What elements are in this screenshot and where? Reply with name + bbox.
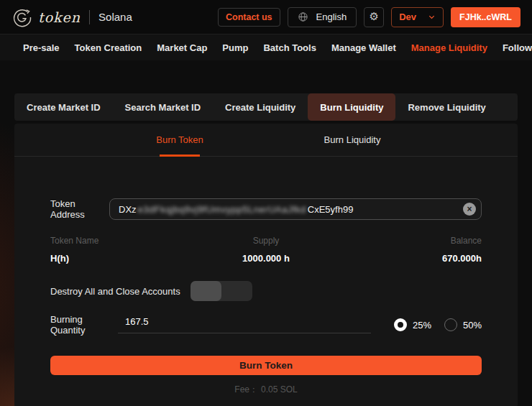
contact-us-button[interactable]: Contact us — [218, 8, 280, 27]
chevron-down-icon — [428, 13, 436, 21]
fee-note: Fee：0.05 SOL — [50, 384, 482, 396]
burn-liquidity-panel: Burn Token Burn Liquidity Token Address … — [14, 124, 518, 406]
burning-quantity-input[interactable] — [118, 316, 371, 333]
destroy-toggle-switch[interactable] — [191, 281, 252, 301]
nav-item-token-creation[interactable]: Token Creation — [75, 42, 142, 53]
fee-label: Fee： — [234, 384, 258, 395]
nav-item-follow-up-robot[interactable]: Follow-up Robot — [503, 42, 532, 53]
tab-remove-liquidity[interactable]: Remove Liquidity — [395, 93, 497, 121]
percent-25-label: 25% — [413, 320, 431, 331]
token-address-input[interactable]: DXz e3dFkqjbq9vj9fUmvypp5LnerUAaJfkd CxE… — [109, 198, 482, 220]
percent-option-25[interactable]: 25% — [394, 318, 431, 331]
brand-name: token — [38, 9, 81, 25]
tab-create-liquidity[interactable]: Create Liquidity — [213, 93, 308, 121]
liquidity-tab-strip: Create Market ID Search Market ID Create… — [14, 93, 518, 121]
burn-token-button[interactable]: Burn Token — [50, 356, 482, 375]
supply-value: 1000.000 h — [194, 253, 338, 264]
settings-button[interactable]: ⚙ — [364, 7, 384, 27]
subtab-header: Burn Token Burn Liquidity — [14, 124, 518, 157]
token-address-value-end: CxE5yfh99 — [308, 204, 354, 215]
token-address-label: Token Address — [50, 198, 109, 220]
wallet-address-button[interactable]: FJHk..cWRL — [451, 7, 520, 27]
fee-value: 0.05 SOL — [261, 384, 298, 395]
nav-item-pump[interactable]: Pump — [222, 42, 248, 53]
tab-burn-liquidity[interactable]: Burn Liquidity — [308, 93, 395, 121]
clear-address-icon[interactable]: × — [463, 203, 476, 216]
gear-icon: ⚙ — [369, 11, 378, 22]
radio-unselected-icon[interactable] — [444, 318, 457, 331]
nav-item-manage-liquidity[interactable]: Manage Liquidity — [411, 42, 487, 53]
globe-icon — [298, 11, 308, 22]
token-name-value: H(h) — [50, 253, 194, 264]
balance-label: Balance — [338, 236, 482, 246]
language-label: English — [316, 11, 347, 22]
subtab-burn-token[interactable]: Burn Token — [93, 124, 266, 156]
header: token Solana Contact us English ⚙ Dev FJ… — [0, 0, 532, 34]
percent-option-50[interactable]: 50% — [444, 318, 482, 331]
tab-create-market-id[interactable]: Create Market ID — [14, 93, 113, 121]
token-address-row: Token Address DXz e3dFkqjbq9vj9fUmvypp5L… — [50, 198, 482, 220]
logo-divider — [89, 10, 90, 24]
destroy-toggle-row: Destroy All and Close Accounts — [50, 281, 482, 301]
radio-selected-icon[interactable] — [394, 318, 407, 331]
nav-item-market-cap[interactable]: Market Cap — [157, 42, 207, 53]
brand-logo-icon — [12, 6, 33, 28]
percent-50-label: 50% — [463, 320, 482, 331]
token-name-label: Token Name — [50, 236, 194, 246]
destroy-toggle-label: Destroy All and Close Accounts — [50, 286, 180, 297]
env-select-dropdown[interactable]: Dev — [391, 7, 444, 27]
primary-nav: Pre-sale Token Creation Market Cap Pump … — [0, 34, 532, 60]
nav-item-pre-sale[interactable]: Pre-sale — [23, 42, 60, 53]
logo: token Solana — [12, 6, 132, 28]
nav-item-batch-tools[interactable]: Batch Tools — [263, 42, 316, 53]
burning-quantity-label: Burning Quantity — [50, 314, 118, 336]
nav-item-manage-wallet[interactable]: Manage Wallet — [331, 42, 396, 53]
network-name: Solana — [98, 11, 132, 23]
supply-label: Supply — [194, 236, 338, 246]
tab-search-market-id[interactable]: Search Market ID — [113, 93, 214, 121]
env-select-value: Dev — [399, 11, 416, 22]
subtab-burn-liquidity[interactable]: Burn Liquidity — [266, 124, 439, 156]
token-address-value-masked: e3dFkqjbq9vj9fUmvypp5LnerUAaJfkd — [138, 204, 306, 215]
burning-quantity-row: Burning Quantity 25% 50% — [50, 314, 482, 336]
balance-value: 670.000h — [338, 253, 482, 264]
language-button[interactable]: English — [288, 7, 357, 27]
token-info-row: Token Name H(h) Supply 1000.000 h Balanc… — [50, 236, 482, 264]
token-address-value-start: DXz — [119, 204, 137, 215]
toggle-knob — [191, 281, 221, 301]
percent-radio-group: 25% 50% — [394, 318, 482, 331]
